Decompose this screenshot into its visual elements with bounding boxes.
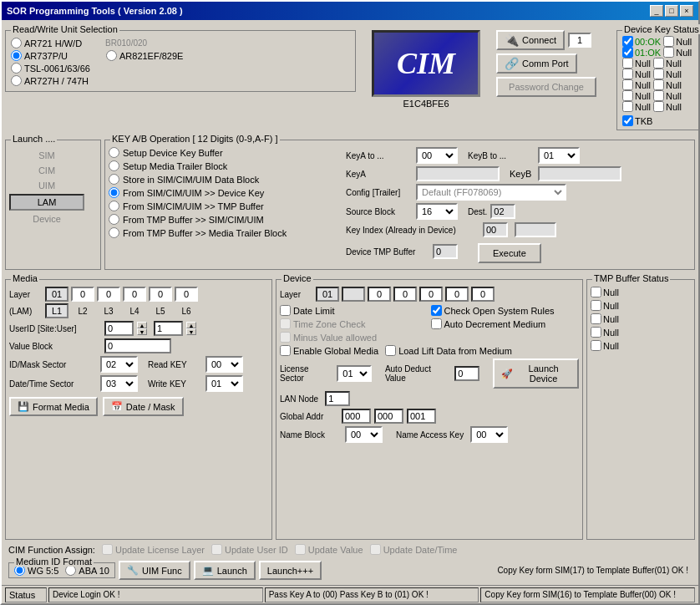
userid-site-spinner[interactable]: ▲▼ bbox=[137, 322, 147, 335]
format-media-button[interactable]: 💾 Format Media bbox=[9, 397, 98, 416]
key-opt-6[interactable]: From TMP Buffer >> Media Trailer Block bbox=[109, 227, 342, 238]
check-open-system-cb[interactable] bbox=[431, 305, 442, 316]
dks-check-6[interactable]: Null bbox=[622, 101, 651, 112]
tsl-label[interactable]: TSL-0061/63/66 bbox=[11, 63, 90, 74]
dks-null-4[interactable]: Null bbox=[653, 79, 682, 90]
id-mask-select[interactable]: 02 bbox=[100, 356, 138, 373]
execute-button[interactable]: Execute bbox=[478, 243, 541, 263]
date-limit-check[interactable]: Date Limit bbox=[280, 305, 429, 316]
ar727-radio[interactable] bbox=[11, 75, 22, 86]
write-key-select[interactable]: 01 bbox=[205, 375, 243, 392]
media-layer-0-2[interactable] bbox=[97, 287, 120, 302]
keya-input[interactable] bbox=[416, 166, 500, 181]
global-addr-1-input[interactable] bbox=[342, 409, 371, 424]
dks-cb-2[interactable] bbox=[622, 58, 633, 69]
dks-null-cb-3[interactable] bbox=[653, 69, 664, 79]
time-zone-check[interactable]: Time Zone Check bbox=[280, 318, 429, 329]
userid-user-spinner[interactable]: ▲▼ bbox=[186, 322, 196, 335]
tkb-check[interactable]: TKB bbox=[622, 115, 652, 126]
tmp-null-cb-2[interactable] bbox=[591, 313, 601, 324]
update-userid-check[interactable]: Update User ID bbox=[211, 544, 288, 555]
ar721-label[interactable]: AR721 H/W/D bbox=[11, 38, 82, 48]
date-limit-cb[interactable] bbox=[280, 305, 291, 316]
dks-null-cb-5[interactable] bbox=[653, 90, 664, 101]
key-a-val-input[interactable] bbox=[515, 222, 556, 237]
connect-button[interactable]: 🔌 Connect bbox=[496, 30, 565, 50]
media-layer-0-4[interactable] bbox=[149, 287, 172, 302]
key-opt-radio-0[interactable] bbox=[109, 147, 119, 158]
tmp-null-2[interactable]: Null bbox=[591, 313, 691, 324]
dks-null-cb-6[interactable] bbox=[653, 101, 664, 112]
dks-cb-1[interactable] bbox=[622, 47, 633, 58]
key-opt-2[interactable]: Store in SIM/CIM/UIM Data Block bbox=[109, 174, 342, 185]
dks-cb-3[interactable] bbox=[622, 69, 633, 79]
key-opt-radio-4[interactable] bbox=[109, 201, 119, 211]
ar821-label[interactable]: AR821EF/829E bbox=[106, 50, 183, 61]
dks-null-3[interactable]: Null bbox=[653, 69, 682, 79]
name-access-select[interactable]: 00 bbox=[470, 426, 508, 443]
launch-device-button[interactable]: 🚀 Launch Device bbox=[493, 358, 579, 389]
keyb-select[interactable]: 0100 bbox=[538, 147, 580, 164]
key-opt-radio-1[interactable] bbox=[109, 160, 119, 171]
keya-select[interactable]: 0001 bbox=[416, 147, 458, 164]
dks-null-cb-0[interactable] bbox=[663, 36, 674, 47]
password-change-button[interactable]: Password Change bbox=[496, 77, 596, 97]
minimize-button[interactable]: _ bbox=[650, 5, 663, 17]
auto-deduct-input[interactable] bbox=[454, 366, 479, 381]
auto-decrement-cb[interactable] bbox=[431, 318, 442, 329]
tmp-null-cb-3[interactable] bbox=[591, 327, 601, 338]
dks-check-2[interactable]: Null bbox=[622, 58, 651, 69]
dks-cb-6[interactable] bbox=[622, 101, 633, 112]
dks-check-0[interactable]: 00:OK bbox=[622, 36, 661, 47]
device-layer-0-2[interactable] bbox=[393, 287, 417, 302]
launch-uim[interactable]: UIM bbox=[9, 179, 84, 192]
connect-num-input[interactable] bbox=[568, 33, 591, 48]
key-opt-5[interactable]: From TMP Buffer >> SIM/CIM/UIM bbox=[109, 214, 342, 225]
maximize-button[interactable]: □ bbox=[665, 5, 678, 17]
uim-func-button[interactable]: 🔧 UIM Func bbox=[119, 561, 190, 580]
tmp-null-1[interactable]: Null bbox=[591, 300, 691, 311]
launch-main-button[interactable]: 💻 Launch bbox=[194, 561, 256, 580]
enable-global-check[interactable]: Enable Global Media bbox=[280, 345, 378, 356]
tmp-null-cb-4[interactable] bbox=[591, 340, 601, 351]
source-select[interactable]: 16 bbox=[416, 203, 458, 220]
lan-node-input[interactable] bbox=[325, 391, 350, 406]
ar737-label[interactable]: AR737P/U bbox=[11, 50, 68, 61]
enable-global-cb[interactable] bbox=[280, 345, 291, 356]
device-layer-0-1[interactable] bbox=[368, 287, 391, 302]
ar727-label[interactable]: AR727H / 747H bbox=[11, 75, 89, 86]
value-block-input[interactable] bbox=[104, 338, 171, 353]
device-layer-0-5[interactable] bbox=[471, 287, 495, 302]
spin-down-2[interactable]: ▼ bbox=[186, 328, 196, 335]
comm-port-button[interactable]: 🔗 Comm Port bbox=[496, 53, 577, 74]
key-opt-radio-6[interactable] bbox=[109, 227, 119, 238]
ar821-radio[interactable] bbox=[106, 50, 117, 61]
dks-null-cb-4[interactable] bbox=[653, 79, 664, 90]
dks-check-5[interactable]: Null bbox=[622, 90, 651, 101]
keyb-input[interactable] bbox=[538, 166, 621, 181]
dks-null-2[interactable]: Null bbox=[653, 58, 682, 69]
tkb-cb[interactable] bbox=[622, 115, 633, 126]
ar721-radio[interactable] bbox=[11, 38, 22, 48]
ar737-radio[interactable] bbox=[11, 50, 22, 61]
key-opt-radio-5[interactable] bbox=[109, 214, 119, 225]
tmp-null-cb-1[interactable] bbox=[591, 300, 601, 311]
read-key-select[interactable]: 00 bbox=[205, 356, 243, 373]
launchppp-button[interactable]: Launch+++ bbox=[259, 561, 322, 580]
device-layer-0-4[interactable] bbox=[445, 287, 469, 302]
key-opt-3[interactable]: From SIM/CIM/UIM >> Device Key bbox=[109, 187, 342, 198]
dks-null-1[interactable]: Null bbox=[663, 47, 692, 58]
auto-decrement-check[interactable]: Auto Decrement Medium bbox=[431, 318, 580, 329]
launch-device[interactable]: Device bbox=[9, 212, 84, 226]
key-opt-radio-2[interactable] bbox=[109, 174, 119, 185]
dks-cb-5[interactable] bbox=[622, 90, 633, 101]
tmp-null-cb-0[interactable] bbox=[591, 287, 601, 297]
dks-check-1[interactable]: 01:OK bbox=[622, 47, 661, 58]
tmp-null-0[interactable]: Null bbox=[591, 287, 691, 297]
media-layer-0-1[interactable] bbox=[71, 287, 94, 302]
key-opt-0[interactable]: Setup Device Key Buffer bbox=[109, 147, 342, 158]
key-opt-radio-3[interactable] bbox=[109, 187, 119, 198]
tmp-buffer-input[interactable] bbox=[433, 244, 458, 259]
spin-up-2[interactable]: ▲ bbox=[186, 322, 196, 328]
userid-site-input[interactable] bbox=[104, 321, 134, 336]
